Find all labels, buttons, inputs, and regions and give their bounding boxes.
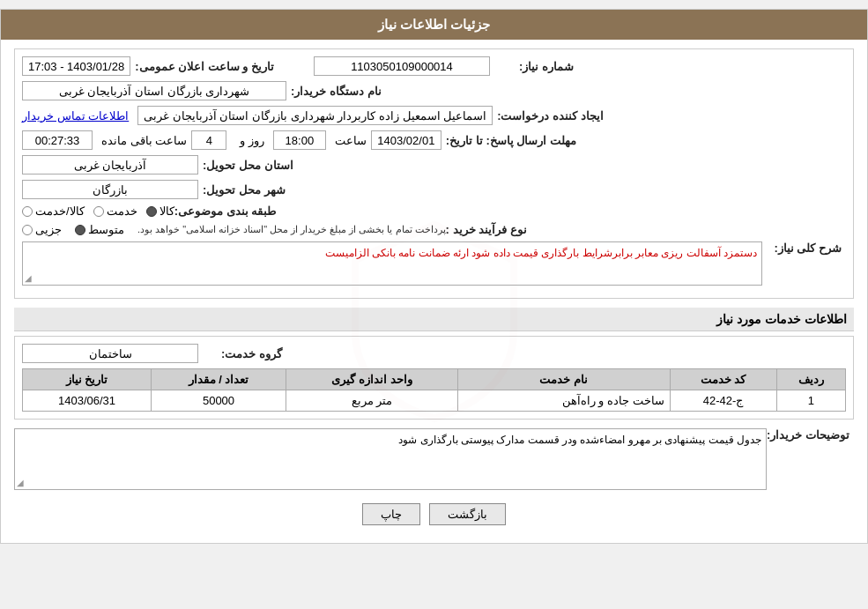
- resize-icon[interactable]: ◢: [25, 273, 32, 283]
- buyer-notes-box: جدول قیمت پیشنهادی بر مهرو امضاءشده ودر …: [14, 428, 767, 490]
- buyer-resize-icon[interactable]: ◢: [17, 478, 24, 487]
- response-time: 18:00: [273, 130, 326, 150]
- row-deadline: مهلت ارسال پاسخ: تا تاریخ: 1403/02/01 سا…: [22, 130, 846, 150]
- announce-time-label: تاریخ و ساعت اعلان عمومی:: [135, 60, 274, 73]
- need-number-label: شماره نیاز:: [494, 60, 574, 73]
- services-section: گروه خدمت: ساختمان ردیف کد خدمت نام خدمت…: [14, 336, 854, 420]
- row-service-group: گروه خدمت: ساختمان: [22, 344, 846, 363]
- col-header-qty: تعداد / مقدار: [152, 369, 286, 390]
- services-section-title: اطلاعات خدمات مورد نیاز: [14, 308, 854, 331]
- creator-label: ایجاد کننده درخواست:: [497, 109, 604, 123]
- remaining-time: 00:27:33: [22, 130, 93, 150]
- service-group-label: گروه خدمت:: [203, 347, 282, 360]
- time-label: ساعت: [335, 134, 367, 147]
- city-value: بازرگان: [22, 180, 198, 199]
- process-jozii-item[interactable]: جزیی: [22, 223, 62, 236]
- col-header-date: تاریخ نیاز: [23, 369, 152, 390]
- response-date: 1403/02/01: [371, 130, 441, 150]
- category-options: کالا خدمت کالا/خدمت: [22, 204, 174, 218]
- category-kala-item[interactable]: کالا: [146, 204, 174, 218]
- response-days: 4: [191, 130, 226, 150]
- process-jozii-label: جزیی: [35, 223, 62, 236]
- service-group-value: ساختمان: [22, 344, 198, 363]
- row-province: استان محل تحویل: آذربایجان غربی: [22, 155, 846, 175]
- table-row: 1 ج-42-42 ساخت جاده و راه‌آهن متر مربع 5…: [23, 390, 846, 412]
- category-khedmat-radio[interactable]: [93, 206, 104, 217]
- buyer-notes-label: توضیحات خریدار:: [767, 428, 849, 442]
- province-label: استان محل تحویل:: [203, 159, 293, 172]
- days-label: روز و: [240, 134, 264, 147]
- cell-row: 1: [776, 390, 846, 412]
- row-creator: ایجاد کننده درخواست: اسماعیل اسمعیل زاده…: [22, 106, 846, 125]
- col-header-unit: واحد اندازه گیری: [286, 369, 458, 390]
- need-desc-label: شرح کلی نیاز:: [762, 241, 842, 255]
- process-jozii-radio[interactable]: [22, 225, 33, 235]
- row-process: نوع فرآیند خرید : پرداخت تمام یا بخشی از…: [22, 223, 846, 236]
- need-number-value: 1103050109000014: [314, 56, 490, 76]
- col-header-row: ردیف: [776, 369, 846, 390]
- action-buttons: بازگشت چاپ: [14, 503, 854, 525]
- cell-unit: متر مربع: [286, 390, 458, 412]
- buyer-org-value: شهرداری بازرگان استان آذربایجان غربی: [22, 81, 286, 100]
- col-header-code: کد خدمت: [670, 369, 776, 390]
- cell-code: ج-42-42: [670, 390, 776, 412]
- row-category: طبقه بندی موضوعی: کالا خدمت کالا/خدمت: [22, 204, 846, 218]
- process-label: نوع فرآیند خرید :: [446, 223, 527, 236]
- row-city: شهر محل تحویل: بازرگان: [22, 180, 846, 199]
- category-kala-label: کالا: [160, 204, 174, 218]
- province-value: آذربایجان غربی: [22, 155, 198, 175]
- category-khedmat-item[interactable]: خدمت: [93, 204, 137, 218]
- creator-value: اسماعیل اسمعیل زاده کاربردار شهرداری باز…: [137, 106, 493, 125]
- category-kala-khedmat-item[interactable]: کالا/خدمت: [22, 204, 85, 218]
- process-note: پرداخت تمام یا بخشی از مبلغ خریدار از مح…: [137, 224, 446, 235]
- category-kala-khedmat-radio[interactable]: [22, 206, 33, 217]
- category-kala-khedmat-label: کالا/خدمت: [35, 204, 85, 218]
- remaining-label: ساعت باقی مانده: [101, 134, 187, 147]
- cell-qty: 50000: [152, 390, 286, 412]
- main-info-section: شماره نیاز: 1103050109000014 تاریخ و ساع…: [14, 48, 854, 299]
- process-options: پرداخت تمام یا بخشی از مبلغ خریدار از مح…: [22, 223, 446, 236]
- city-label: شهر محل تحویل:: [203, 183, 286, 197]
- process-motavasset-label: متوسط: [88, 223, 124, 236]
- cell-name: ساخت جاده و راه‌آهن: [457, 390, 670, 412]
- category-label: طبقه بندی موضوعی:: [174, 204, 277, 218]
- row-buyer-notes: توضیحات خریدار: جدول قیمت پیشنهادی بر مه…: [14, 428, 854, 490]
- process-motavasset-item[interactable]: متوسط: [75, 223, 124, 236]
- print-button[interactable]: چاپ: [362, 503, 420, 525]
- cell-date: 1403/06/31: [23, 390, 152, 412]
- row-need-desc: شرح کلی نیاز: دستمزد آسفالت ریزی معابر ب…: [22, 241, 846, 286]
- process-motavasset-radio[interactable]: [75, 225, 85, 235]
- buyer-notes-value: جدول قیمت پیشنهادی بر مهرو امضاءشده ودر …: [398, 434, 761, 446]
- contact-link[interactable]: اطلاعات تماس خریدار: [22, 109, 129, 123]
- deadline-label: مهلت ارسال پاسخ: تا تاریخ:: [446, 134, 576, 147]
- category-khedmat-label: خدمت: [107, 204, 137, 218]
- announce-time-value: 1403/01/28 - 17:03: [22, 56, 130, 76]
- row-buyer-org: نام دستگاه خریدار: شهرداری بازرگان استان…: [22, 81, 846, 100]
- need-desc-box: دستمزد آسفالت ریزی معابر برابرشرایط بارگ…: [22, 241, 762, 286]
- services-table: ردیف کد خدمت نام خدمت واحد اندازه گیری ت…: [22, 368, 846, 412]
- row-need-number: شماره نیاز: 1103050109000014 تاریخ و ساع…: [22, 56, 846, 76]
- page-title: جزئیات اطلاعات نیاز: [1, 10, 867, 40]
- need-desc-value: دستمزد آسفالت ریزی معابر برابرشرایط بارگ…: [325, 247, 757, 259]
- category-kala-radio[interactable]: [146, 206, 157, 217]
- back-button[interactable]: بازگشت: [429, 503, 506, 525]
- col-header-name: نام خدمت: [457, 369, 670, 390]
- buyer-org-label: نام دستگاه خریدار:: [291, 85, 382, 98]
